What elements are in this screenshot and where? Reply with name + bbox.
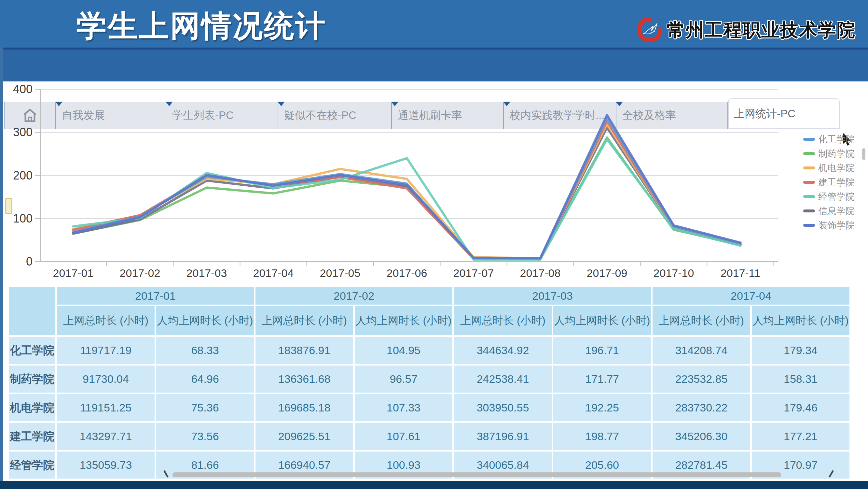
x-axis-tick-label: 2017-04	[253, 267, 294, 279]
subcolumn-header: 上网总时长 (小时)	[454, 306, 552, 335]
table-cell: 314208.74	[653, 337, 750, 364]
horizontal-scrollbar-thumb[interactable]	[173, 472, 781, 477]
subcolumn-header: 上网总时长 (小时)	[57, 306, 155, 335]
table-cell: 107.61	[355, 423, 453, 450]
table-row: 机电学院119151.2575.36169685.18107.33303950.…	[9, 394, 849, 421]
table-cell: 196.71	[553, 337, 651, 364]
x-axis-tick-label: 2017-10	[653, 267, 694, 279]
table-cell: 68.33	[156, 337, 254, 364]
chart-legend: 化工学院制药学院机电学院建工学院经管学院信息学院装饰学院	[803, 134, 855, 230]
vertical-scrollbar-thumb[interactable]	[862, 148, 865, 160]
table-cell: 119151.25	[57, 394, 155, 421]
table-cell: 104.95	[355, 337, 453, 364]
legend-item-机电学院[interactable]: 机电学院	[803, 163, 855, 173]
table-cell: 179.34	[752, 337, 849, 364]
x-axis-tick-label: 2017-02	[120, 267, 160, 279]
subcolumn-header: 人均上网时长 (小时)	[553, 306, 651, 335]
table-row: 制药学院91730.0464.96136361.6896.57242538.41…	[9, 366, 849, 393]
table-cell: 345206.30	[653, 423, 750, 450]
x-axis-tick-label: 2017-03	[186, 267, 227, 279]
legend-marker	[803, 138, 815, 141]
month-group-header: 2017-04	[653, 287, 849, 305]
legend-marker	[803, 195, 815, 198]
chart-series-信息学院	[73, 128, 740, 259]
y-axis-tick-label: 200	[13, 169, 33, 182]
x-axis-tick-label: 2017-05	[320, 267, 361, 279]
table-cell: 179.46	[752, 394, 849, 421]
college-name-cell: 经管学院	[9, 452, 55, 479]
legend-item-信息学院[interactable]: 信息学院	[803, 206, 855, 216]
x-axis-tick-label: 2017-09	[587, 267, 627, 279]
table-cell: 75.36	[156, 394, 254, 421]
legend-item-建工学院[interactable]: 建工学院	[803, 177, 855, 187]
legend-marker	[803, 181, 815, 184]
table-cell: 169685.18	[255, 394, 353, 421]
y-axis-tick-label: 100	[13, 212, 33, 225]
left-panel-handle[interactable]	[5, 198, 12, 214]
legend-label: 机电学院	[818, 162, 855, 174]
legend-marker	[803, 209, 815, 212]
legend-item-制药学院[interactable]: 制药学院	[803, 149, 855, 159]
x-axis-tick-label: 2017-06	[386, 267, 427, 279]
college-name-cell: 机电学院	[9, 394, 55, 421]
legend-marker	[803, 167, 815, 169]
legend-item-经管学院[interactable]: 经管学院	[803, 192, 855, 202]
table-cell: 209625.51	[255, 423, 353, 450]
table-corner-cell	[9, 287, 55, 335]
legend-label: 装饰学院	[818, 219, 855, 232]
bottom-bar	[0, 481, 868, 489]
table-cell: 96.57	[355, 366, 453, 393]
subcolumn-header: 人均上网时长 (小时)	[355, 306, 453, 335]
table-cell: 135059.73	[57, 452, 155, 479]
page-header: 学生上网情况统计 常州工程职业技术学院	[0, 0, 868, 48]
legend-label: 信息学院	[818, 205, 855, 217]
table-cell: 344634.92	[454, 337, 552, 364]
chart-series-机电学院	[73, 124, 740, 258]
legend-label: 制药学院	[818, 148, 855, 160]
legend-item-化工学院[interactable]: 化工学院	[803, 134, 855, 144]
college-name-cell: 化工学院	[9, 337, 55, 364]
table-cell: 177.21	[752, 423, 849, 450]
dashboard-root: 学生上网情况统计 常州工程职业技术学院 自我发展学生列表-PC疑似不在校-PC通…	[0, 0, 868, 489]
usage-table: 2017-012017-022017-032017-04上网总时长 (小时)人均…	[7, 285, 851, 480]
table-cell: 107.33	[355, 394, 453, 421]
legend-marker	[803, 224, 815, 227]
table-cell: 143297.71	[57, 423, 155, 450]
month-group-header: 2017-03	[454, 287, 651, 305]
school-logo-text: 常州工程职业技术学院	[667, 18, 856, 43]
table-cell: 387196.91	[454, 423, 552, 450]
y-axis-tick-label: 400	[13, 82, 33, 96]
college-name-cell: 制药学院	[9, 366, 55, 393]
college-name-cell: 建工学院	[9, 423, 55, 450]
y-axis-tick-label: 0	[26, 255, 33, 268]
table-cell: 119717.19	[57, 337, 155, 364]
table-cell: 242538.41	[454, 366, 552, 393]
subcolumn-header: 人均上网时长 (小时)	[156, 306, 254, 335]
legend-marker	[803, 152, 815, 155]
table-cell: 91730.04	[57, 366, 155, 393]
table-cell: 223532.85	[653, 366, 750, 393]
x-axis-tick-label: 2017-11	[720, 267, 760, 279]
line-chart: 01002003004002017-012017-022017-032017-0…	[0, 82, 868, 285]
table-cell: 171.77	[553, 366, 651, 393]
table-cell: 73.56	[156, 423, 254, 450]
month-group-header: 2017-02	[255, 287, 453, 305]
table-cell: 64.96	[156, 366, 254, 393]
x-axis-tick-label: 2017-01	[53, 267, 94, 279]
subcolumn-header: 上网总时长 (小时)	[653, 306, 750, 335]
table-cell: 303950.55	[454, 394, 552, 421]
x-axis-tick-label: 2017-07	[453, 267, 494, 279]
table-row: 建工学院143297.7173.56209625.51107.61387196.…	[9, 423, 849, 450]
legend-label: 化工学院	[818, 133, 855, 146]
school-logo: 常州工程职业技术学院	[637, 17, 856, 44]
legend-item-装饰学院[interactable]: 装饰学院	[803, 220, 855, 230]
y-axis-tick-label: 300	[13, 125, 33, 139]
table-row: 化工学院119717.1968.33183876.91104.95344634.…	[9, 337, 849, 364]
table-cell: 136361.68	[255, 366, 353, 393]
table-cell: 192.25	[553, 394, 651, 421]
legend-label: 经管学院	[818, 191, 855, 203]
x-axis-tick-label: 2017-08	[520, 267, 561, 279]
legend-label: 建工学院	[818, 176, 855, 189]
page-title: 学生上网情况统计	[76, 6, 327, 46]
tab-bar-top-line	[0, 48, 868, 50]
